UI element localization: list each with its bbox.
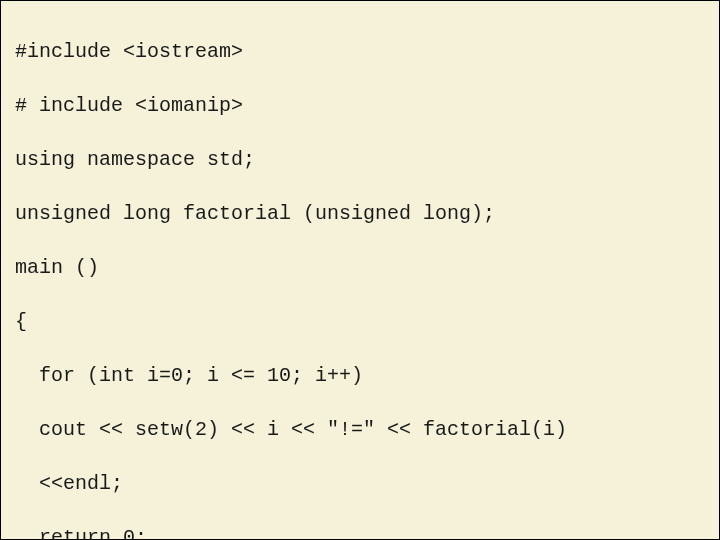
code-line: unsigned long factorial (unsigned long); [15,200,705,227]
code-line: # include <iomanip> [15,92,705,119]
code-document: #include <iostream> # include <iomanip> … [0,0,720,540]
code-line: for (int i=0; i <= 10; i++) [15,362,705,389]
code-line: { [15,308,705,335]
code-line: #include <iostream> [15,38,705,65]
code-line: cout << setw(2) << i << "!=" << factoria… [15,416,705,443]
code-line: <<endl; [15,470,705,497]
code-line: using namespace std; [15,146,705,173]
code-line: main () [15,254,705,281]
code-line: return 0; [15,524,705,540]
